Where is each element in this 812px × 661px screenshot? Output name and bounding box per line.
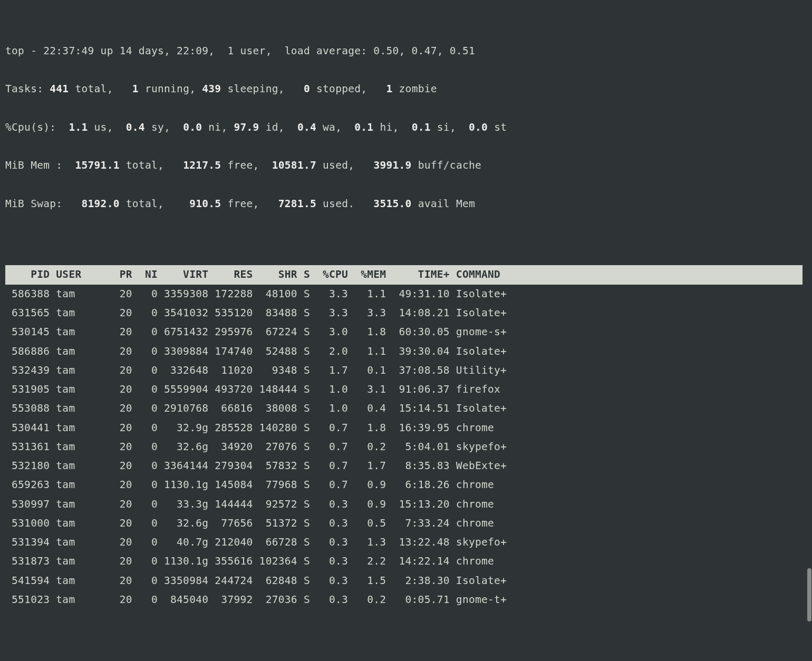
process-row: 551023 tam 20 0 845040 37992 27036 S 0.3… bbox=[5, 590, 808, 609]
process-row: 532180 tam 20 0 3364144 279304 57832 S 0… bbox=[5, 456, 808, 475]
process-row: 659263 tam 20 0 1130.1g 145084 77968 S 0… bbox=[5, 475, 808, 494]
process-row: 531873 tam 20 0 1130.1g 355616 102364 S … bbox=[5, 552, 808, 571]
scrollbar-thumb[interactable] bbox=[807, 568, 811, 621]
process-row: 586388 tam 20 0 3359308 172288 48100 S 3… bbox=[5, 285, 808, 304]
terminal-window[interactable]: top - 22:37:49 up 14 days, 22:09, 1 user… bbox=[0, 0, 812, 661]
summary-line-cpu: %Cpu(s): 1.1 us, 0.4 sy, 0.0 ni, 97.9 id… bbox=[5, 118, 808, 137]
scrollbar-track[interactable] bbox=[807, 0, 812, 661]
summary-line-swap: MiB Swap: 8192.0 total, 910.5 free, 7281… bbox=[5, 195, 808, 213]
summary-line-tasks: Tasks: 441 total, 1 running, 439 sleepin… bbox=[5, 80, 808, 99]
process-row: 531361 tam 20 0 32.6g 34920 27076 S 0.7 … bbox=[5, 438, 808, 456]
process-row: 531394 tam 20 0 40.7g 212040 66728 S 0.3… bbox=[5, 533, 808, 552]
process-row: 553088 tam 20 0 2910768 66816 38008 S 1.… bbox=[5, 399, 808, 418]
process-table-header[interactable]: PID USER PR NI VIRT RES SHR S %CPU %MEM … bbox=[5, 265, 803, 284]
process-row: 530441 tam 20 0 32.9g 285528 140280 S 0.… bbox=[5, 419, 808, 438]
summary-line-mem: MiB Mem : 15791.1 total, 1217.5 free, 10… bbox=[5, 156, 808, 175]
process-row: 530997 tam 20 0 33.3g 144444 92572 S 0.3… bbox=[5, 495, 808, 514]
process-row: 631565 tam 20 0 3541032 535120 83488 S 3… bbox=[5, 304, 808, 323]
process-row: 531905 tam 20 0 5559904 493720 148444 S … bbox=[5, 380, 808, 399]
process-row: 586886 tam 20 0 3309884 174740 52488 S 2… bbox=[5, 342, 808, 361]
process-row: 530145 tam 20 0 6751432 295976 67224 S 3… bbox=[5, 323, 808, 342]
process-row: 531000 tam 20 0 32.6g 77656 51372 S 0.3 … bbox=[5, 514, 808, 533]
process-table-body: 586388 tam 20 0 3359308 172288 48100 S 3… bbox=[5, 285, 808, 610]
process-row: 532439 tam 20 0 332648 11020 9348 S 1.7 … bbox=[5, 361, 808, 380]
summary-line-uptime: top - 22:37:49 up 14 days, 22:09, 1 user… bbox=[5, 42, 808, 61]
process-row: 541594 tam 20 0 3350984 244724 62848 S 0… bbox=[5, 571, 808, 590]
